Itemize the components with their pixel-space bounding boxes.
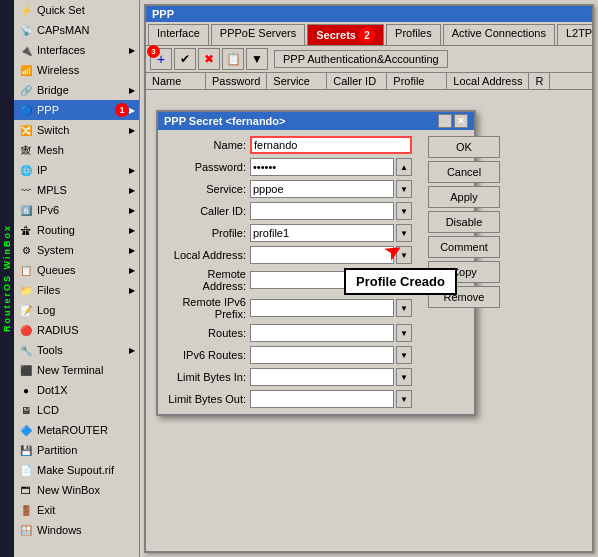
remoteaddr-input[interactable]	[250, 271, 394, 289]
sidebar-label-ipv6: IPv6	[37, 204, 129, 216]
limitbytesout-dropdown-btn[interactable]: ▼	[396, 390, 412, 408]
remoteipv6-container: ▼	[250, 299, 412, 317]
sidebar-item-system[interactable]: ⚙System▶	[14, 240, 140, 260]
sidebar-item-capsman[interactable]: 📡CAPsMAN	[14, 20, 140, 40]
sidebar-item-log[interactable]: 📝Log	[14, 300, 140, 320]
callerid-input[interactable]	[250, 202, 394, 220]
sidebar-item-queues[interactable]: 📋Queues▶	[14, 260, 140, 280]
limitbytesin-dropdown-btn[interactable]: ▼	[396, 368, 412, 386]
tab-l2tp-secrets[interactable]: L2TP Secrets	[557, 24, 592, 45]
ppp-window: PPP InterfacePPPoE ServersSecrets 2Profi…	[144, 4, 594, 553]
sidebar-item-quick-set[interactable]: ⚡Quick Set	[14, 0, 140, 20]
comment-button[interactable]: Comment	[428, 236, 500, 258]
sidebar-item-metarouter[interactable]: 🔷MetaROUTER	[14, 420, 140, 440]
sidebar-item-switch[interactable]: 🔀Switch▶	[14, 120, 140, 140]
sidebar-label-new-terminal: New Terminal	[37, 364, 135, 376]
sidebar-item-exit[interactable]: 🚪Exit	[14, 500, 140, 520]
sidebar-item-new-terminal[interactable]: ⬛New Terminal	[14, 360, 140, 380]
copy-button[interactable]: Copy	[428, 261, 500, 283]
sidebar-item-files[interactable]: 📁Files▶	[14, 280, 140, 300]
service-input[interactable]	[250, 180, 394, 198]
sidebar-item-mesh[interactable]: 🕸Mesh	[14, 140, 140, 160]
wireless-icon: 📶	[19, 63, 33, 77]
ppp-title: PPP	[152, 8, 174, 20]
password-input[interactable]	[250, 158, 394, 176]
remoteipv6-input[interactable]	[250, 299, 394, 317]
sidebar-item-windows[interactable]: 🪟Windows	[14, 520, 140, 540]
tab-profiles[interactable]: Profiles	[386, 24, 441, 45]
disable-button[interactable]: Disable	[428, 211, 500, 233]
sidebar-item-wireless[interactable]: 📶Wireless	[14, 60, 140, 80]
sidebar-item-make-supout[interactable]: 📄Make Supout.rif	[14, 460, 140, 480]
system-icon: ⚙	[19, 243, 33, 257]
sidebar-item-bridge[interactable]: 🔗Bridge▶	[14, 80, 140, 100]
sidebar-item-routing[interactable]: 🛣Routing▶	[14, 220, 140, 240]
dialog-form: Name: Password: ▲	[158, 130, 420, 414]
cancel-button[interactable]: Cancel	[428, 161, 500, 183]
name-input[interactable]	[250, 136, 412, 154]
sidebar-item-tools[interactable]: 🔧Tools▶	[14, 340, 140, 360]
sidebar-label-metarouter: MetaROUTER	[37, 424, 135, 436]
remoteipv6-dropdown-btn[interactable]: ▼	[396, 299, 412, 317]
limitbytesout-input[interactable]	[250, 390, 394, 408]
toolbar-check-btn[interactable]: ✔	[174, 48, 196, 70]
sidebar-item-mpls[interactable]: 〰MPLS▶	[14, 180, 140, 200]
sidebar-item-dot1x[interactable]: ●Dot1X	[14, 380, 140, 400]
field-ipv6routes-row: IPv6 Routes: ▼	[166, 346, 412, 364]
callerid-dropdown-btn[interactable]: ▼	[396, 202, 412, 220]
switch-arrow-icon: ▶	[129, 126, 135, 135]
dialog-title: PPP Secret <fernando>	[164, 115, 285, 127]
routes-container: ▼	[250, 324, 412, 342]
localaddr-dropdown-btn[interactable]: ▼	[396, 246, 412, 264]
files-icon: 📁	[19, 283, 33, 297]
sidebar-item-interfaces[interactable]: 🔌Interfaces▶	[14, 40, 140, 60]
sidebar-item-lcd[interactable]: 🖥LCD	[14, 400, 140, 420]
remoteaddr-dropdown-btn[interactable]: ▼	[396, 271, 412, 289]
ppp-content: PPP Secret <fernando> _ ✕ Name:	[146, 90, 592, 551]
localaddr-input[interactable]	[250, 246, 394, 264]
sidebar-item-ip[interactable]: 🌐IP▶	[14, 160, 140, 180]
apply-button[interactable]: Apply	[428, 186, 500, 208]
service-dropdown-btn[interactable]: ▼	[396, 180, 412, 198]
toolbar-edit-btn[interactable]: 📋	[222, 48, 244, 70]
label-name: Name:	[166, 139, 246, 151]
sidebar-item-new-winbox[interactable]: 🗔New WinBox	[14, 480, 140, 500]
tab-pppoe-servers[interactable]: PPPoE Servers	[211, 24, 305, 45]
toolbar-add-btn[interactable]: + 3	[150, 48, 172, 70]
routes-dropdown-btn[interactable]: ▼	[396, 324, 412, 342]
sidebar-item-ipv6[interactable]: 6️⃣IPv6▶	[14, 200, 140, 220]
sidebar-item-partition[interactable]: 💾Partition	[14, 440, 140, 460]
ipv6routes-input[interactable]	[250, 346, 394, 364]
col-callerid: Caller ID	[327, 73, 387, 89]
mpls-icon: 〰	[19, 183, 33, 197]
col-name: Name	[146, 73, 206, 89]
limitbytesin-container: ▼	[250, 368, 412, 386]
label-remoteipv6: Remote IPv6 Prefix:	[166, 296, 246, 320]
profile-dropdown-btn[interactable]: ▼	[396, 224, 412, 242]
dialog-minimize-btn[interactable]: _	[438, 114, 452, 128]
tab-active-connections[interactable]: Active Connections	[443, 24, 555, 45]
field-service-row: Service: ▼	[166, 180, 412, 198]
ok-button[interactable]: OK	[428, 136, 500, 158]
mpls-arrow-icon: ▶	[129, 186, 135, 195]
ip-icon: 🌐	[19, 163, 33, 177]
remove-button[interactable]: Remove	[428, 286, 500, 308]
limitbytesin-input[interactable]	[250, 368, 394, 386]
routes-input[interactable]	[250, 324, 394, 342]
tab-secrets[interactable]: Secrets 2	[307, 24, 384, 45]
ppp-auth-btn[interactable]: PPP Authentication&Accounting	[274, 50, 448, 68]
sidebar-label-mesh: Mesh	[37, 144, 135, 156]
profile-input[interactable]	[250, 224, 394, 242]
tab-interface[interactable]: Interface	[148, 24, 209, 45]
sidebar-item-ppp[interactable]: 🔵PPP1▶	[14, 100, 140, 120]
sidebar-item-radius[interactable]: 🔴RADIUS	[14, 320, 140, 340]
files-arrow-icon: ▶	[129, 286, 135, 295]
dialog-close-btn[interactable]: ✕	[454, 114, 468, 128]
sidebar: ⚡Quick Set📡CAPsMAN🔌Interfaces▶📶Wireless🔗…	[0, 0, 140, 557]
ipv6routes-container: ▼	[250, 346, 412, 364]
toolbar-delete-btn[interactable]: ✖	[198, 48, 220, 70]
password-reveal-btn[interactable]: ▲	[396, 158, 412, 176]
toolbar-filter-btn[interactable]: ▼	[246, 48, 268, 70]
label-profile: Profile:	[166, 227, 246, 239]
ipv6routes-dropdown-btn[interactable]: ▼	[396, 346, 412, 364]
